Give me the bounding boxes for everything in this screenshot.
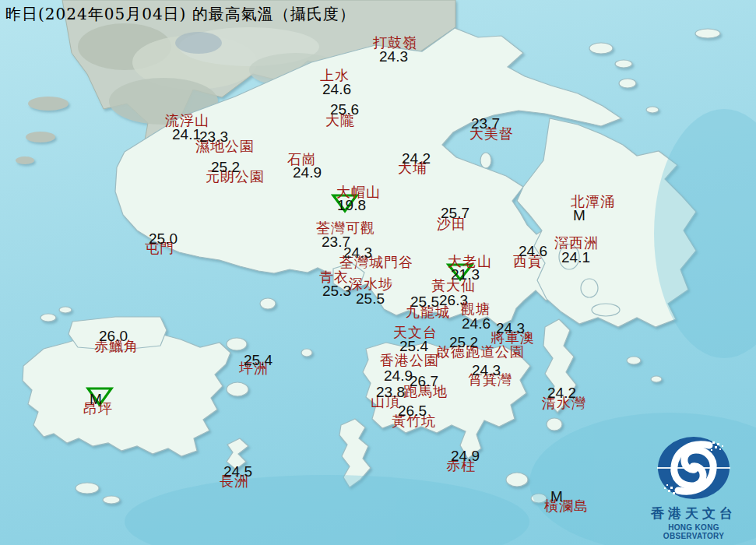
station-value: 24.9 xyxy=(293,165,322,180)
station-value: 26.5 xyxy=(398,403,427,418)
map-title: 昨日(2024年05月04日) 的最高氣溫（攝氏度） xyxy=(5,4,356,25)
hko-logo-name-en: HONG KONG OBSERVATORY xyxy=(641,523,747,540)
station-value: 24.6 xyxy=(462,316,491,331)
station-value: 24.5 xyxy=(223,464,252,479)
station-value: 24.9 xyxy=(451,448,480,463)
station-value: 24.9 xyxy=(384,368,413,383)
station-value: 24.1 xyxy=(561,250,590,265)
station-value: 25.2 xyxy=(449,335,478,350)
station-value: 23.7 xyxy=(471,116,500,131)
station-value: 23.3 xyxy=(199,129,228,144)
station-name-label: 深水埗 xyxy=(349,277,393,291)
station-value: 26.0 xyxy=(99,329,128,343)
station-value: 24.6 xyxy=(322,82,351,97)
station-value: M xyxy=(573,208,585,223)
station-value: 25.6 xyxy=(330,102,359,117)
hko-logo-icon xyxy=(647,435,740,501)
station-name-label: 觀塘 xyxy=(461,302,491,316)
station-value: 25.7 xyxy=(441,206,469,220)
station-name-label: 黃大仙 xyxy=(431,279,476,293)
station-value: 24.3 xyxy=(496,321,525,336)
station-value: M xyxy=(550,489,563,504)
station-value: 25.4 xyxy=(244,353,273,367)
hko-logo-name-cn: 香港天文台 xyxy=(641,505,747,522)
station-value: 26.7 xyxy=(410,374,438,389)
station-value: 25.2 xyxy=(211,160,240,174)
station-value: 24.3 xyxy=(472,363,501,378)
station-value: 19.8 xyxy=(337,198,366,213)
station-value: 24.2 xyxy=(547,385,576,400)
station-value: 25.0 xyxy=(149,231,178,246)
station-value: M xyxy=(90,392,102,406)
station-value: 25.5 xyxy=(356,291,385,306)
station-value: 24.6 xyxy=(519,244,547,258)
station-value: 23.8 xyxy=(376,385,405,399)
station-value: 24.3 xyxy=(379,49,408,64)
station-value: 25.5 xyxy=(410,294,439,309)
station-value: 25.3 xyxy=(322,283,351,298)
station-name-label: 滘西洲 xyxy=(554,236,599,250)
station-value: 24.3 xyxy=(343,245,372,260)
hko-logo: 香港天文台 HONG KONG OBSERVATORY xyxy=(641,435,747,540)
weather-map-canvas: 打鼓嶺24.3上水24.6大隴25.6流浮山24.1濕地公園23.3元朗公園25… xyxy=(0,0,756,545)
station-value: 24.2 xyxy=(402,151,431,166)
station-name-label: 香港公園 xyxy=(380,353,439,367)
